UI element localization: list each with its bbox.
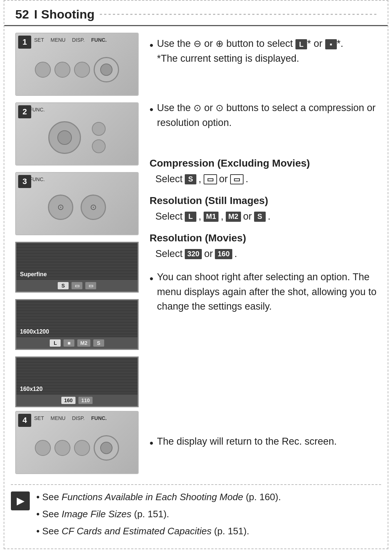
minus-circle-icon: ⊖ <box>193 38 201 49</box>
step4-btn2 <box>54 440 70 456</box>
up-btn-icon: ⊙ <box>193 102 201 113</box>
page-number: 52 <box>15 7 29 21</box>
screen2-bar-m1: ■ <box>64 339 74 347</box>
step4-image: 4 SET MENU DISP. FUNC. <box>15 411 139 474</box>
footer-item-2-italic: Image File Sizes <box>62 509 131 519</box>
step3-btn-right: ⊙ <box>81 195 106 220</box>
resolution-still-or: or <box>243 211 252 222</box>
screen2-bar-l: L <box>50 339 61 347</box>
resolution-movies-section: Resolution (Movies) Select 320 or 160. <box>150 232 377 260</box>
step2-dial <box>48 121 81 154</box>
step4-btn3 <box>74 440 90 456</box>
compression-select-label: Select <box>155 174 183 185</box>
step4-label-disp: DISP. <box>72 415 85 421</box>
header-separator: I <box>34 7 37 21</box>
resolution-movies-select-label: Select <box>155 248 183 260</box>
resolution-movies-sub: Select 320 or 160. <box>155 248 377 260</box>
step1-btn2 <box>54 62 70 78</box>
compression-heading: Compression (Excluding Movies) <box>150 158 377 169</box>
bullet4: • The display will return to the Rec. sc… <box>150 434 337 451</box>
compression-period: . <box>246 174 249 185</box>
screen1-label: Superfine <box>20 271 47 278</box>
step1-label-set: SET <box>34 37 44 43</box>
bullet-section-3: • You can shoot right after selecting an… <box>150 270 377 314</box>
resolution-still-comma1: , <box>199 211 201 222</box>
compression-badge-m2: ▭ <box>230 174 244 184</box>
step4-image-container: 4 SET MENU DISP. FUNC. <box>15 411 139 474</box>
resolution-still-period: . <box>268 211 271 222</box>
step1-image: 1 SET MENU DISP. FUNC. <box>15 33 139 96</box>
step1-btn1 <box>35 62 51 78</box>
step4-label-func: FUNC. <box>91 415 107 421</box>
footer-item-2: • See Image File Sizes (p. 151). <box>36 507 281 521</box>
screen3-movies: 160x120 160 110 <box>15 356 139 407</box>
badge-L: L <box>295 39 307 49</box>
right-column: • Use the ⊖ or ⊕ button to select L* or … <box>150 33 377 407</box>
step4-number: 4 <box>18 414 31 427</box>
step3-btn-right-icon: ⊙ <box>90 203 97 212</box>
bullet1-text: Use the ⊖ or ⊕ button to select L* or ▪*… <box>157 36 343 66</box>
screen2-bar-s: S <box>93 339 104 347</box>
bullet3: • You can shoot right after selecting an… <box>150 270 377 314</box>
badge-square-dark: ▪ <box>325 39 337 49</box>
footer-items: • See Functions Available in Each Shooti… <box>36 490 281 538</box>
header-rule <box>100 14 377 15</box>
step3-btn-left: ⊙ <box>48 195 73 220</box>
screen2-bar: L ■ M2 S <box>16 337 138 349</box>
compression-sub: Select S, ▭ or ▭. <box>155 174 377 185</box>
screen1-bar-m1: ▭ <box>72 282 82 289</box>
bullet3-text: You can shoot right after selecting an o… <box>157 270 377 314</box>
spacer1 <box>150 76 377 90</box>
step4-text: • The display will return to the Rec. sc… <box>150 411 377 474</box>
step4-row: 4 SET MENU DISP. FUNC. <box>4 411 388 474</box>
bullet2-text: Use the ⊙ or ⊙ buttons to select a compr… <box>157 101 377 130</box>
screen2-resolution: 1600x1200 L ■ M2 S <box>15 299 139 350</box>
footer-inner: ▶ • See Functions Available in Each Shoo… <box>11 490 381 538</box>
footer-note: ▶ • See Functions Available in Each Shoo… <box>11 484 381 545</box>
footer-item-3-italic: CF Cards and Estimated Capacities <box>62 526 212 536</box>
bullet1-dot: • <box>150 37 154 53</box>
step1-label-func: FUNC. <box>91 37 107 43</box>
left-column: 1 SET MENU DISP. FUNC. <box>15 33 139 407</box>
resolution-movies-badge-160: 160 <box>215 249 232 259</box>
footer-item-1: • See Functions Available in Each Shooti… <box>36 490 281 504</box>
page-title: Shooting <box>41 7 94 21</box>
screen3-bar-110: 110 <box>78 397 93 404</box>
bullet3-dot: • <box>150 270 154 287</box>
page-header: 52 I Shooting <box>4 1 388 26</box>
compression-comma1: , <box>199 174 201 185</box>
step1-label-disp: DISP. <box>72 37 85 43</box>
step2-image: 2 SP. FUNC. <box>15 102 139 166</box>
screen2-label: 1600x1200 <box>20 328 49 335</box>
resolution-movies-heading: Resolution (Movies) <box>150 232 377 244</box>
step4-label-set: SET <box>34 415 44 421</box>
down-btn-icon: ⊙ <box>216 102 224 113</box>
step2-number: 2 <box>18 105 31 118</box>
resolution-still-badge-M1: M1 <box>204 212 219 222</box>
bullet1: • Use the ⊖ or ⊕ button to select L* or … <box>150 36 377 66</box>
step3-image: 3 SP. FUNC. ⊙ ⊙ <box>15 172 139 235</box>
resolution-movies-badge-320: 320 <box>185 249 202 259</box>
main-content: 1 SET MENU DISP. FUNC. <box>4 33 388 407</box>
step1-number: 1 <box>18 36 31 49</box>
compression-badge-s: S <box>185 174 196 184</box>
step4-btn1 <box>35 440 51 456</box>
step1-btn-large <box>94 57 119 82</box>
plus-circle-icon: ⊕ <box>216 38 224 49</box>
compression-or1: or <box>219 174 228 185</box>
compression-badge-m1: ▭ <box>204 174 217 184</box>
footer-icon: ▶ <box>11 491 30 510</box>
screen3-bar-160: 160 <box>61 397 75 404</box>
resolution-still-badge-S: S <box>254 212 266 222</box>
step1-btn3 <box>74 62 90 78</box>
resolution-still-badge-L: L <box>185 212 196 222</box>
screen1-bar: S ▭ ▭ <box>16 280 138 291</box>
bullet-section-2: • Use the ⊙ or ⊙ buttons to select a com… <box>150 101 377 130</box>
bullet2-dot: • <box>150 101 154 118</box>
step2-btn1 <box>92 122 106 136</box>
resolution-still-badge-M2: M2 <box>226 212 241 222</box>
step2-btn2 <box>92 139 106 153</box>
step4-label-menu: MENU <box>50 415 65 421</box>
resolution-movies-or: or <box>204 248 213 260</box>
footer-item-3: • See CF Cards and Estimated Capacities … <box>36 524 281 538</box>
